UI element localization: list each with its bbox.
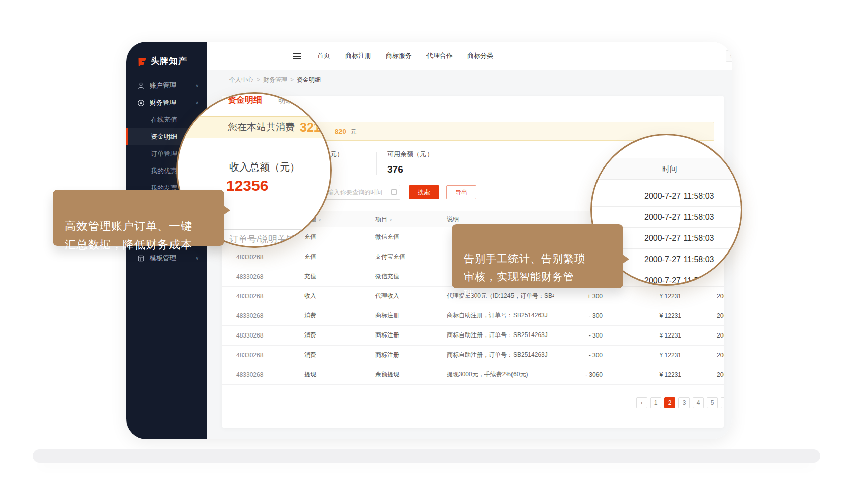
callout-pointer-icon [623,255,629,264]
nav-tab[interactable]: 代理合作 [426,51,453,60]
breadcrumb-item[interactable]: 财务管理 [263,76,287,83]
cell-project: 商标注册 [361,306,432,325]
lens-banner-prefix: 您在本站共消费 [228,121,295,134]
cell-balance: ¥ 12231 [604,345,683,365]
pagination-page-button[interactable]: 3 [678,397,690,408]
cell-time-text: 2000-7-27 11:58:03 [717,293,724,300]
cell-amount: - 300 [554,345,604,365]
cell-amount: - 3060 [554,365,604,384]
export-button[interactable]: 导出 [446,185,476,199]
finance-icon [137,99,145,107]
cell-type: 提现 [290,365,361,384]
top-navbar: 首页商标注册商标服务代理合作商标分类 [207,42,732,70]
sidebar-item-label: 模板管理 [150,254,176,263]
cell-project: 微信充值 [361,267,432,286]
cell-description: 提现3000元，手续费2%(60元) [432,365,554,384]
lens-income-label: 收入总额（元） [229,160,300,174]
cell-amount: - 300 [554,306,604,325]
nav-tab[interactable]: 商标服务 [386,51,412,60]
nav-tab[interactable]: 商标注册 [345,51,371,60]
cell-order-no: 48330268 [222,286,290,306]
logo-subtext: · · · · · · · [151,66,187,70]
user-icon [137,82,145,90]
chevron-up-icon: ∧ [195,100,199,105]
divider [376,152,377,175]
column-header[interactable]: 项目∨ [361,211,432,227]
cell-balance: ¥ 12231 [604,306,683,325]
trademark-search-input[interactable] [726,50,732,62]
template-icon [137,255,145,262]
cell-balance: ¥ 12231 [604,365,683,384]
filter-chevron-icon: ∨ [318,218,321,222]
cell-description: 商标自助注册，订单号：SB2514263J [432,325,554,345]
lens-time-header-label: 时间 [662,164,677,174]
cell-time-text: 2000-7-27 11:58:03 [717,371,724,378]
active-indicator [126,128,128,145]
table-row: 48330268提现余额提现提现3000元，手续费2%(60元)- 3060¥ … [222,365,724,384]
cell-type: 消费 [290,345,361,365]
sidebar-item-label: 财务管理 [150,98,176,107]
table-row: 48330268消费商标注册商标自助注册，订单号：SB2514263J- 300… [222,345,724,365]
sidebar-item-label: 资金明细 [151,132,177,141]
lens-consumption-banner: 您在本站共消费 32124 [176,116,332,138]
cell-order-no: 48330268 [222,325,290,345]
page: 头牌知产 · · · · · · · 账户管理 ∨ 财务管理 ∧ [0,0,853,504]
sidebar-item-label: 账户管理 [150,81,176,90]
calendar-icon[interactable] [391,189,397,195]
cell-balance: ¥ 12231 [604,325,683,345]
cell-time: 2000-7-27 11:58:03 [683,306,724,325]
sidebar-item-label: 在线充值 [151,115,177,124]
nav-tabs: 首页商标注册商标服务代理合作商标分类 [317,42,493,70]
breadcrumb-separator: > [290,76,294,83]
column-header-label: 说明 [447,216,459,223]
banner-unit: 元 [350,128,356,135]
breadcrumb-item[interactable]: 个人中心 [229,76,253,83]
cell-order-no: 48330268 [222,267,290,286]
pagination-page-button[interactable]: 2 [664,397,675,408]
lens-time-row: 2000-7-27 11:58:03 [592,186,741,207]
pagination-page-button[interactable]: 4 [693,397,704,408]
cell-amount: - 300 [554,325,604,345]
stat-balance: 可用余额（元） 376 [387,150,433,175]
brand-flag-icon [137,57,147,67]
logo-text: 头牌知产 [151,57,187,66]
cell-time: 2000-7-27 11:58:03 [683,286,724,306]
pagination-next-button[interactable]: › [721,397,724,408]
pagination-prev-button[interactable]: ‹ [636,397,647,408]
table-row: 48330268消费商标注册商标自助注册，订单号：SB2514263J- 300… [222,306,724,325]
cell-order-no: 48330268 [222,306,290,325]
table-row: 48330268消费商标注册商标自助注册，订单号：SB2514263J- 300… [222,325,724,345]
sidebar-item-account[interactable]: 账户管理 ∨ [126,77,207,94]
hamburger-menu-icon[interactable] [293,53,301,59]
breadcrumb-bar: 个人中心>财务管理>资金明细 [207,70,732,89]
cell-description: 代理提成300元（ID:1245，订单号：SB45124） [432,286,554,306]
nav-tab[interactable]: 首页 [317,51,330,60]
pagination-page-button[interactable]: 5 [707,397,718,408]
cell-type: 消费 [290,325,361,345]
callout-pointer-icon [224,206,230,215]
breadcrumb-item[interactable]: 资金明细 [297,76,321,83]
cell-project: 代理收入 [361,286,432,306]
cell-project: 微信充值 [361,227,432,247]
cell-project: 余额提现 [361,365,432,384]
search-button[interactable]: 搜索 [409,185,439,199]
cell-project: 商标注册 [361,325,432,345]
callout-left-text: 高效管理账户订单、一键 汇总数据，降低财务成本 [65,220,192,251]
breadcrumb-separator: > [257,76,260,83]
filter-chevron-icon: ∨ [389,218,392,222]
sidebar-item-finance[interactable]: 财务管理 ∧ [126,94,207,111]
pagination-page-button[interactable]: 1 [650,397,661,408]
cell-time: 2000-7-27 11:58:03 [683,345,724,365]
cell-time-text: 2000-7-27 11:58:03 [717,352,724,359]
cell-type: 消费 [290,306,361,325]
nav-tab[interactable]: 商标分类 [467,51,493,60]
chevron-down-icon: ∨ [195,256,199,261]
callout-left: 高效管理账户订单、一键 汇总数据，降低财务成本 [53,190,224,246]
lens-time-header: 时间 [592,158,741,180]
logo: 头牌知产 · · · · · · · [126,42,207,70]
cell-type: 充值 [290,267,361,286]
stat-value: 376 [387,164,433,175]
cell-order-no: 48330268 [222,365,290,384]
cell-project: 支付宝充值 [361,247,432,267]
cell-project: 商标注册 [361,345,432,365]
